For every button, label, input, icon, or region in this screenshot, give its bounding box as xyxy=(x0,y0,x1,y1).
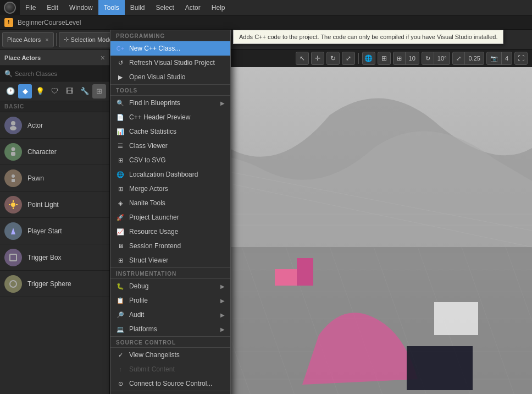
tool-icon[interactable]: 🔧 xyxy=(77,84,91,98)
avatar xyxy=(4,143,22,161)
panel-close-button[interactable]: × xyxy=(101,53,105,62)
menu-help[interactable]: Help xyxy=(206,0,231,15)
translate-icon[interactable]: ✛ xyxy=(311,52,324,65)
menu-csv-svg[interactable]: ⊞ CSV to SVG xyxy=(110,153,230,167)
list-item[interactable]: Point Light xyxy=(0,191,109,218)
menu-item-label: Project Launcher xyxy=(129,214,179,221)
menu-actor[interactable]: Actor xyxy=(180,0,206,15)
close-icon[interactable]: × xyxy=(45,36,48,43)
menu-open-vs[interactable]: ▶ Open Visual Studio xyxy=(110,70,230,84)
menu-item-label: C++ Header Preview xyxy=(129,113,190,121)
camera-icon[interactable]: 📷 xyxy=(487,52,502,64)
tooltip-text: Adds C++ code to the project. The code c… xyxy=(239,34,497,40)
menu-item-label: Connect to Source Control... xyxy=(129,380,212,387)
menu-project-launcher[interactable]: 🚀 Project Launcher xyxy=(110,210,230,225)
search-icon: 🔍 xyxy=(4,70,13,78)
shapes-icon[interactable]: ◆ xyxy=(18,84,32,98)
menu-profile[interactable]: 📋 Profile ▶ xyxy=(110,293,230,308)
svg-rect-32 xyxy=(407,346,473,390)
section-programming: PROGRAMMING xyxy=(110,30,230,41)
list-item[interactable]: Trigger Sphere xyxy=(0,271,109,297)
menu-find-blueprints[interactable]: 🔍 Find in Blueprints ▶ xyxy=(110,96,230,110)
actor-name: Trigger Box xyxy=(27,254,62,261)
list-item[interactable]: Trigger Box xyxy=(0,244,109,271)
actor-name: Point Light xyxy=(27,201,59,209)
source-icon: ⊙ xyxy=(116,379,125,388)
grid-toggle[interactable]: ⊞ xyxy=(394,52,406,64)
place-actors-button[interactable]: Place Actors × xyxy=(2,32,54,47)
csv-icon: ⊞ xyxy=(116,156,125,165)
menu-item-label: Merge Actors xyxy=(129,185,168,193)
audit-icon: 🔎 xyxy=(116,310,125,319)
menu-select[interactable]: Select xyxy=(150,0,179,15)
menu-items: File Edit Window Tools Build Select Acto… xyxy=(20,0,230,15)
film-icon[interactable]: 🎞 xyxy=(63,84,76,98)
menu-file[interactable]: File xyxy=(20,0,41,15)
menu-resource-usage[interactable]: 📈 Resource Usage xyxy=(110,225,230,239)
rotation-value[interactable]: 10° xyxy=(434,52,450,64)
menu-struct-viewer[interactable]: ⊞ Struct Viewer xyxy=(110,253,230,267)
menu-class-viewer[interactable]: ☰ Class Viewer xyxy=(110,139,230,153)
left-panel: Place Actors × 🔍 🕐 ◆ 💡 🛡 🎞 🔧 ⊞ BASIC Act… xyxy=(0,50,110,394)
menu-platforms[interactable]: 💻 Platforms ▶ xyxy=(110,322,230,336)
rotation-toggle[interactable]: ↻ xyxy=(422,52,434,64)
menu-item-label: Resource Usage xyxy=(129,228,178,236)
menu-view-changelists[interactable]: ✓ View Changelists xyxy=(110,348,230,362)
cpp-icon: C+ xyxy=(116,44,125,53)
grid-icon[interactable]: ⊞ xyxy=(92,84,106,98)
world-grid-icon[interactable]: 🌐 xyxy=(362,52,375,65)
platforms-icon: 💻 xyxy=(116,325,125,333)
profile-icon: 📋 xyxy=(116,296,125,305)
menu-new-cpp[interactable]: C+ New C++ Class... xyxy=(110,41,230,56)
actor-name: Player Start xyxy=(27,227,62,235)
scale-value[interactable]: 0.25 xyxy=(465,52,483,64)
menu-audit[interactable]: 🔎 Audit ▶ xyxy=(110,308,230,322)
search-input[interactable] xyxy=(15,70,105,77)
menu-refresh-vs[interactable]: ↺ Refresh Visual Studio Project xyxy=(110,56,230,70)
menu-debug[interactable]: 🐛 Debug ▶ xyxy=(110,279,230,293)
menu-session-frontend[interactable]: 🖥 Session Frontend xyxy=(110,239,230,253)
resource-icon: 📈 xyxy=(116,227,125,236)
list-item[interactable]: Pawn xyxy=(0,165,109,191)
grid-value[interactable]: 10 xyxy=(406,52,419,64)
search-bar: 🔍 xyxy=(0,66,109,81)
vp-separator xyxy=(358,53,359,64)
camera-value[interactable]: 4 xyxy=(502,52,512,64)
avatar xyxy=(4,169,22,187)
list-item[interactable]: Character xyxy=(0,139,109,165)
scale-toggle[interactable]: ⤢ xyxy=(453,52,465,64)
menu-item-label: Cache Statistics xyxy=(129,128,176,135)
menu-build[interactable]: Build xyxy=(125,0,151,15)
recent-icon[interactable]: 🕐 xyxy=(3,84,17,98)
visual-icon[interactable]: 🛡 xyxy=(48,84,62,98)
search-icon: 🔍 xyxy=(116,98,125,107)
list-item[interactable]: Player Start xyxy=(0,218,109,244)
submenu-arrow-icon: ▶ xyxy=(220,100,225,106)
select-mode-icon[interactable]: ↖ xyxy=(296,52,309,65)
snap-icon[interactable]: ⊞ xyxy=(378,52,391,65)
rotate-icon[interactable]: ↻ xyxy=(326,52,340,65)
menu-item-label: Profile xyxy=(129,297,148,304)
menu-localization[interactable]: 🌐 Localization Dashboard xyxy=(110,167,230,182)
submenu-arrow-icon: ▶ xyxy=(220,283,225,289)
list-icon: ☰ xyxy=(116,141,125,150)
actor-name: Pawn xyxy=(27,174,44,182)
actor-name: Trigger Sphere xyxy=(27,280,71,288)
menu-edit[interactable]: Edit xyxy=(41,0,64,15)
light-icon[interactable]: 💡 xyxy=(33,84,47,98)
project-title: BeginnerCourseLevel xyxy=(18,19,81,26)
list-item[interactable]: Actor xyxy=(0,112,109,139)
menu-tools[interactable]: Tools xyxy=(98,0,125,15)
scale-icon[interactable]: ⤢ xyxy=(342,52,355,65)
menu-cpp-header[interactable]: 📄 C++ Header Preview xyxy=(110,110,230,124)
menu-item-label: Open Visual Studio xyxy=(129,73,186,81)
menu-merge-actors[interactable]: ⊞ Merge Actors xyxy=(110,182,230,196)
svg-rect-3 xyxy=(11,152,15,156)
menu-connect-source[interactable]: ⊙ Connect to Source Control... xyxy=(110,376,230,391)
svg-point-4 xyxy=(12,174,15,178)
warning-icon: ! xyxy=(4,18,13,27)
maximize-icon[interactable]: ⛶ xyxy=(514,52,528,65)
menu-cache-stats[interactable]: 📊 Cache Statistics xyxy=(110,124,230,139)
menu-window[interactable]: Window xyxy=(64,0,98,15)
menu-nanite-tools[interactable]: ◈ Nanite Tools xyxy=(110,196,230,210)
